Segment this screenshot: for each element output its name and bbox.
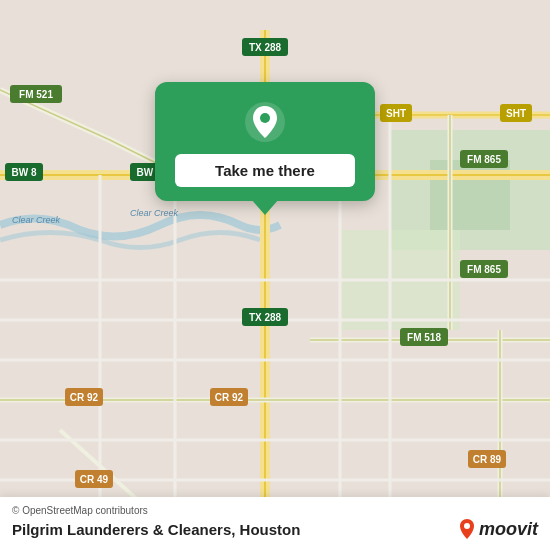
- moovit-text: moovit: [479, 519, 538, 540]
- svg-text:FM 521: FM 521: [19, 89, 53, 100]
- svg-text:SHT: SHT: [386, 108, 406, 119]
- svg-text:CR 92: CR 92: [215, 392, 244, 403]
- svg-text:CR 89: CR 89: [473, 454, 502, 465]
- svg-text:CR 92: CR 92: [70, 392, 99, 403]
- svg-text:FM 518: FM 518: [407, 332, 441, 343]
- svg-text:BW 8: BW 8: [12, 167, 37, 178]
- place-name: Pilgrim Launderers & Cleaners, Houston: [12, 521, 300, 538]
- svg-text:TX 288: TX 288: [249, 42, 282, 53]
- location-pin-icon: [243, 100, 287, 144]
- svg-text:TX 288: TX 288: [249, 312, 282, 323]
- attribution-text: © OpenStreetMap contributors: [12, 505, 538, 516]
- popup-card: Take me there: [155, 82, 375, 201]
- svg-text:FM 865: FM 865: [467, 264, 501, 275]
- svg-point-37: [260, 113, 270, 123]
- svg-point-38: [464, 523, 470, 529]
- svg-text:Clear Creek: Clear Creek: [130, 208, 179, 218]
- bottom-bar: © OpenStreetMap contributors Pilgrim Lau…: [0, 497, 550, 550]
- moovit-pin-icon: [458, 518, 476, 540]
- svg-text:CR 49: CR 49: [80, 474, 109, 485]
- take-me-there-button[interactable]: Take me there: [175, 154, 355, 187]
- svg-text:FM 865: FM 865: [467, 154, 501, 165]
- svg-text:Clear Creek: Clear Creek: [12, 215, 61, 225]
- svg-text:SHT: SHT: [506, 108, 526, 119]
- moovit-logo: moovit: [458, 518, 538, 540]
- bottom-title-row: Pilgrim Launderers & Cleaners, Houston m…: [12, 518, 538, 540]
- map-container: FM 521 TX 288 BW 8 BW 8 SHT SHT SHT FM 8…: [0, 0, 550, 550]
